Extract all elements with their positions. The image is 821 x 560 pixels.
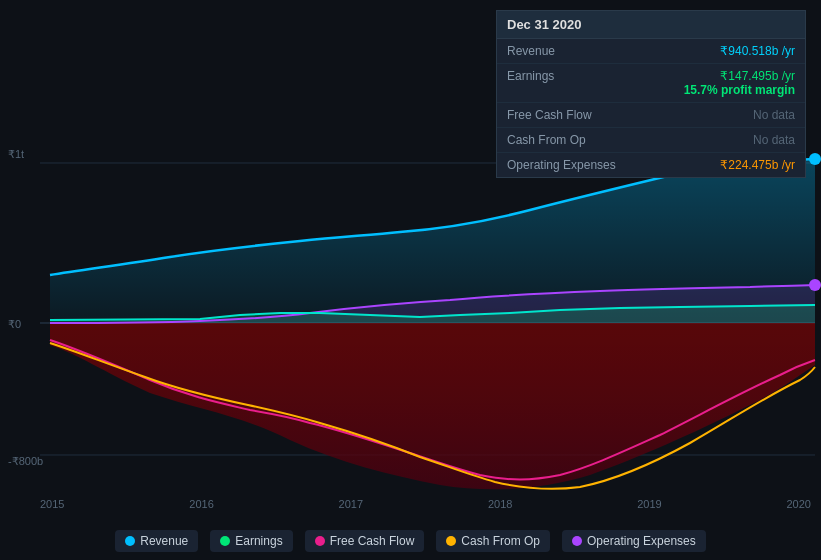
negative-area [50,323,815,489]
x-label-2019: 2019 [637,498,661,510]
tooltip-opex-row: Operating Expenses ₹224.475b /yr [497,153,805,177]
x-label-2018: 2018 [488,498,512,510]
chart-legend: Revenue Earnings Free Cash Flow Cash Fro… [0,530,821,552]
tooltip-cashop-value: No data [753,133,795,147]
tooltip-revenue-label: Revenue [507,44,555,58]
opex-dot [809,279,821,291]
tooltip-opex-value: ₹224.475b /yr [720,158,795,172]
legend-revenue[interactable]: Revenue [115,530,198,552]
legend-opex-dot [572,536,582,546]
tooltip-cashop-row: Cash From Op No data [497,128,805,153]
tooltip-cashop-label: Cash From Op [507,133,586,147]
chart-area [0,145,821,515]
legend-earnings-dot [220,536,230,546]
revenue-dot [809,153,821,165]
x-label-2020: 2020 [786,498,810,510]
legend-revenue-label: Revenue [140,534,188,548]
tooltip-earnings-label: Earnings [507,69,554,83]
legend-earnings-label: Earnings [235,534,282,548]
legend-cashop-label: Cash From Op [461,534,540,548]
tooltip-opex-label: Operating Expenses [507,158,616,172]
profit-margin-label: 15.7% profit margin [684,83,795,97]
legend-fcf-label: Free Cash Flow [330,534,415,548]
legend-fcf-dot [315,536,325,546]
tooltip-earnings-value: ₹147.495b /yr 15.7% profit margin [684,69,795,97]
tooltip-fcf-row: Free Cash Flow No data [497,103,805,128]
legend-fcf[interactable]: Free Cash Flow [305,530,425,552]
tooltip-revenue-value: ₹940.518b /yr [720,44,795,58]
legend-opex-label: Operating Expenses [587,534,696,548]
legend-opex[interactable]: Operating Expenses [562,530,706,552]
tooltip-fcf-value: No data [753,108,795,122]
legend-earnings[interactable]: Earnings [210,530,292,552]
tooltip-earnings-row: Earnings ₹147.495b /yr 15.7% profit marg… [497,64,805,103]
x-label-2015: 2015 [40,498,64,510]
legend-cashop-dot [446,536,456,546]
x-label-2016: 2016 [189,498,213,510]
tooltip-date: Dec 31 2020 [497,11,805,39]
tooltip-fcf-label: Free Cash Flow [507,108,592,122]
legend-cashop[interactable]: Cash From Op [436,530,550,552]
tooltip-panel: Dec 31 2020 Revenue ₹940.518b /yr Earnin… [496,10,806,178]
x-label-2017: 2017 [339,498,363,510]
tooltip-revenue-row: Revenue ₹940.518b /yr [497,39,805,64]
legend-revenue-dot [125,536,135,546]
